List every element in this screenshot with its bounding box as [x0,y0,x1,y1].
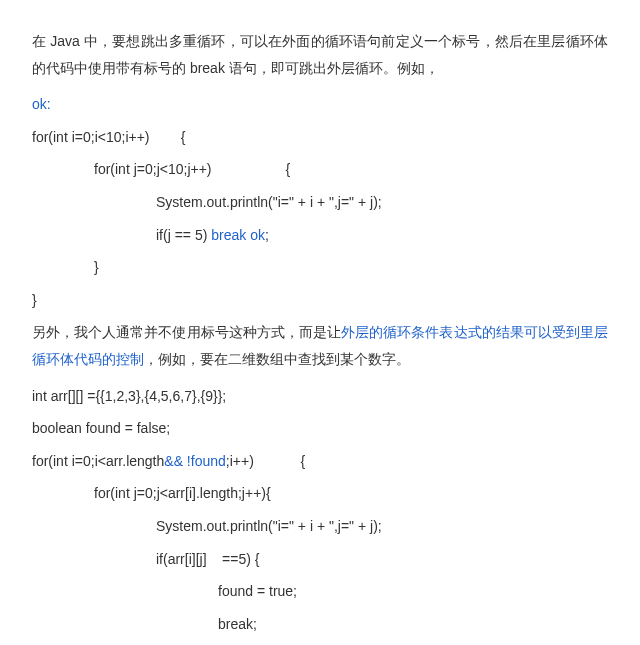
code-if-arr: if(arr[i][j] ==5) { [32,546,608,573]
code-arr-decl: int arr[][] ={{1,2,3},{4,5,6,7},{9}}; [32,383,608,410]
para2-text-a: 另外，我个人通常并不使用标号这种方式，而是让 [32,324,341,340]
code-if-prefix: if(j == 5) [156,227,211,243]
code-for-outer-2b: ;i++) { [226,453,305,469]
code-for-outer-2-blue: && !found [164,453,226,469]
second-paragraph: 另外，我个人通常并不使用标号这种方式，而是让外层的循环条件表达式的结果可以受到里… [32,319,608,372]
code-found-true: found = true; [32,578,608,605]
code-for-outer-2: for(int i=0;i<arr.length&& !found;i++) { [32,448,608,475]
code-found-decl: boolean found = false; [32,415,608,442]
code-break: break; [32,611,608,638]
para2-text-b: ，例如，要在二维数组中查找到某个数字。 [144,351,410,367]
code-brace-close-1b: } [32,287,608,314]
code-label-ok: ok: [32,91,608,118]
code-for-outer-2a: for(int i=0;i<arr.length [32,453,164,469]
code-for-inner-1: for(int j=0;j<10;j++) { [32,156,608,183]
code-brace-close-1a: } [32,254,608,281]
code-println-2: System.out.println("i=" + i + ",j=" + j)… [32,513,608,540]
code-if-break-ok: if(j == 5) break ok; [32,222,608,249]
intro-paragraph: 在 Java 中，要想跳出多重循环，可以在外面的循环语句前定义一个标号，然后在里… [32,28,608,81]
code-for-outer-1: for(int i=0;i<10;i++) { [32,124,608,151]
code-println-1: System.out.println("i=" + i + ",j=" + j)… [32,189,608,216]
code-break-ok: break ok [211,227,265,243]
code-for-inner-2: for(int j=0;j<arr[i].length;j++){ [32,480,608,507]
code-if-suffix: ; [265,227,269,243]
